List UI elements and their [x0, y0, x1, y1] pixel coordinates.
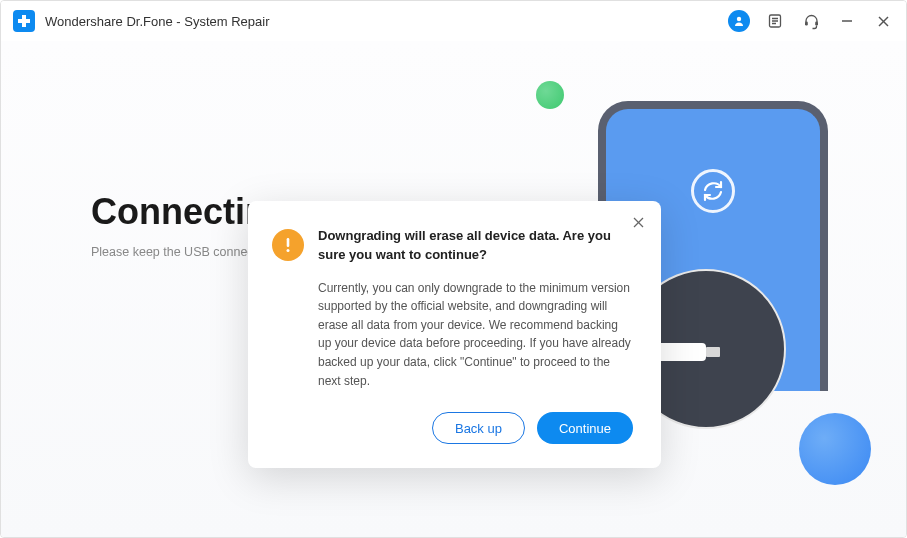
titlebar: Wondershare Dr.Fone - System Repair [1, 1, 906, 41]
app-title: Wondershare Dr.Fone - System Repair [45, 14, 728, 29]
dialog-body: Currently, you can only downgrade to the… [318, 279, 633, 391]
sync-icon [691, 169, 735, 213]
minimize-button[interactable] [836, 10, 858, 32]
page-subheading: Please keep the USB connection [91, 245, 274, 259]
decoration-green-dot [536, 81, 564, 109]
warning-icon [272, 229, 304, 261]
decoration-blue-dot [799, 413, 871, 485]
dialog-close-button[interactable] [629, 213, 647, 231]
content-area: Connecting... Please keep the USB connec… [1, 41, 906, 537]
confirm-dialog: Downgrading will erase all device data. … [248, 201, 661, 468]
dialog-header: Downgrading will erase all device data. … [272, 227, 633, 265]
app-logo-icon [13, 10, 35, 32]
support-icon[interactable] [800, 10, 822, 32]
svg-rect-12 [287, 238, 290, 247]
titlebar-actions [728, 10, 894, 32]
app-window: Wondershare Dr.Fone - System Repair [0, 0, 907, 538]
user-account-icon[interactable] [728, 10, 750, 32]
svg-point-0 [737, 17, 741, 21]
svg-rect-5 [805, 21, 808, 25]
svg-point-13 [287, 249, 290, 252]
dialog-buttons: Back up Continue [272, 412, 633, 444]
backup-button[interactable]: Back up [432, 412, 525, 444]
svg-rect-6 [815, 21, 818, 25]
dialog-title: Downgrading will erase all device data. … [318, 227, 633, 265]
close-window-button[interactable] [872, 10, 894, 32]
continue-button[interactable]: Continue [537, 412, 633, 444]
feedback-icon[interactable] [764, 10, 786, 32]
cable-tip [706, 347, 720, 357]
